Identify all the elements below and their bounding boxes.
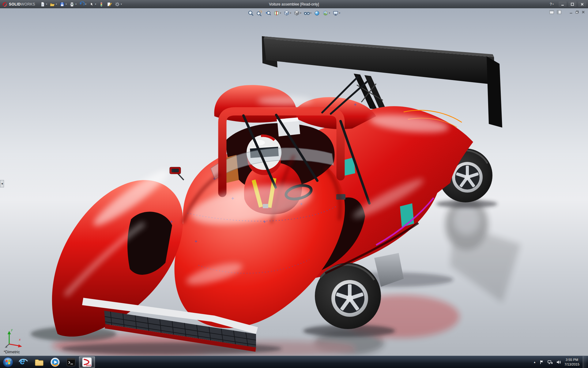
close-button[interactable] <box>578 2 586 7</box>
triad-y-label: y <box>11 328 13 332</box>
panel-icon-2[interactable] <box>557 10 561 14</box>
select-caret[interactable]: ▾ <box>95 3 96 6</box>
previous-view-button[interactable] <box>264 10 272 17</box>
doc-close-button[interactable] <box>582 10 585 14</box>
windows-explorer-button[interactable] <box>31 356 47 368</box>
panel-icon-1[interactable] <box>549 10 554 14</box>
left-panel-flyout[interactable]: ◀ <box>0 180 4 187</box>
edit-appearance-button[interactable] <box>313 10 321 17</box>
taskbar-clock[interactable]: 3:55 PM 7/13/2015 <box>564 358 579 367</box>
select-cursor-icon <box>89 2 94 7</box>
zoom-to-fit-button[interactable] <box>247 10 254 17</box>
reference-triad[interactable]: y x <box>4 329 25 348</box>
title-bar: SOLIDWORKS ▾ ▾ ▾ ▾ ▾ <box>0 0 588 8</box>
options-button[interactable]: ▾ <box>114 1 123 8</box>
close-icon <box>580 2 584 6</box>
ie-letter: e <box>20 356 25 366</box>
solidworks-version-badge: 2015 <box>86 364 91 367</box>
clock-time: 3:55 PM <box>564 358 579 362</box>
view-orientation-caret[interactable]: ▾ <box>290 12 291 14</box>
help-caret: ▾ <box>552 3 554 6</box>
solidworks-logo-icon <box>2 2 7 7</box>
graphics-area: ▾ ▾ ▾ ▾ ▾ ▾ <box>0 8 588 356</box>
display-style-caret[interactable]: ▾ <box>300 12 301 14</box>
save-icon <box>59 2 65 7</box>
view-orientation-label: *Dimetric <box>4 350 20 354</box>
doc-minimize-button[interactable] <box>569 10 573 14</box>
undo-button[interactable]: ▾ <box>78 1 87 8</box>
volume-icon[interactable] <box>556 360 561 365</box>
media-player-icon <box>50 357 60 367</box>
undo-caret[interactable]: ▾ <box>85 3 86 6</box>
print-caret[interactable]: ▾ <box>75 3 77 6</box>
help-label: ? <box>550 2 552 6</box>
undo-icon <box>79 2 85 7</box>
flyout-arrow: ◀ <box>1 182 3 185</box>
document-window-bar <box>549 10 585 14</box>
windows-start-orb-icon <box>2 357 13 368</box>
edit-sketch-button[interactable] <box>106 1 113 8</box>
triad-x-label: x <box>19 338 21 341</box>
triad-axes <box>4 329 25 348</box>
minimize-button[interactable] <box>559 2 567 7</box>
rebuild-stoplight-icon <box>99 2 104 7</box>
zoom-to-fit-icon <box>248 10 254 16</box>
zoom-to-area-button[interactable] <box>256 10 263 17</box>
apply-scene-icon <box>322 10 329 16</box>
save-caret[interactable]: ▾ <box>66 3 67 6</box>
rebuild-button[interactable] <box>98 1 105 8</box>
hide-show-items-button[interactable]: ▾ <box>303 10 312 17</box>
section-view-button[interactable]: ▾ <box>273 10 282 17</box>
new-caret[interactable]: ▾ <box>46 3 47 6</box>
action-center-flag-icon[interactable] <box>539 360 544 365</box>
show-desktop-button[interactable] <box>583 356 587 368</box>
minimize-icon <box>561 2 564 6</box>
view-settings-monitor-icon <box>333 10 339 16</box>
edit-appearance-ball-icon <box>314 10 320 16</box>
print-button[interactable]: ▾ <box>68 1 77 8</box>
internet-explorer-button[interactable]: e <box>15 356 31 368</box>
solidworks-taskbar-button[interactable]: 2015 <box>79 356 95 368</box>
zoom-to-area-icon <box>256 10 262 16</box>
media-player-button[interactable] <box>47 356 63 368</box>
open-button[interactable]: ▾ <box>49 1 58 8</box>
help-button[interactable]: ? ▾ <box>550 2 554 6</box>
command-prompt-button[interactable] <box>63 356 79 368</box>
view-settings-caret[interactable]: ▾ <box>339 12 340 14</box>
start-button[interactable] <box>1 356 15 368</box>
edit-sketch-icon <box>107 2 112 7</box>
display-style-button[interactable]: ▾ <box>293 10 302 17</box>
apply-scene-caret[interactable]: ▾ <box>329 12 330 14</box>
maximize-button[interactable] <box>568 2 576 7</box>
network-icon[interactable] <box>548 360 553 365</box>
options-caret[interactable]: ▾ <box>121 3 122 6</box>
new-document-icon <box>40 2 45 7</box>
rear-right-wheel <box>315 263 381 329</box>
select-button[interactable]: ▾ <box>88 1 97 8</box>
open-icon <box>50 2 55 7</box>
previous-view-icon <box>265 10 271 16</box>
maximize-icon <box>571 2 574 6</box>
view-orientation-button[interactable]: ▾ <box>283 10 292 17</box>
new-document-button[interactable]: ▾ <box>39 1 48 8</box>
doc-restore-button[interactable] <box>575 10 579 14</box>
window-title: Voiture assemblee [Read-only] <box>269 2 319 6</box>
internet-explorer-icon: e <box>18 357 28 367</box>
clock-date: 7/13/2015 <box>564 362 579 367</box>
section-view-caret[interactable]: ▾ <box>280 12 281 14</box>
left-mirror <box>170 167 184 180</box>
command-prompt-icon <box>66 358 76 367</box>
save-button[interactable]: ▾ <box>58 1 68 8</box>
hide-show-caret[interactable]: ▾ <box>310 12 311 14</box>
display-style-icon <box>294 10 300 16</box>
3d-viewport-canvas[interactable] <box>0 8 588 356</box>
show-hidden-icons-button[interactable]: ▲ <box>533 361 536 364</box>
brand-solid: SOLID <box>9 2 21 6</box>
windows-taskbar: e <box>0 356 588 368</box>
open-caret[interactable]: ▾ <box>56 3 57 6</box>
quick-access-toolbar: ▾ ▾ ▾ ▾ ▾ ▾ <box>39 1 123 8</box>
apply-scene-button[interactable]: ▾ <box>322 10 331 17</box>
view-settings-button[interactable]: ▾ <box>332 10 341 17</box>
print-icon <box>69 2 75 7</box>
solidworks-brand: SOLIDWORKS <box>2 2 35 7</box>
